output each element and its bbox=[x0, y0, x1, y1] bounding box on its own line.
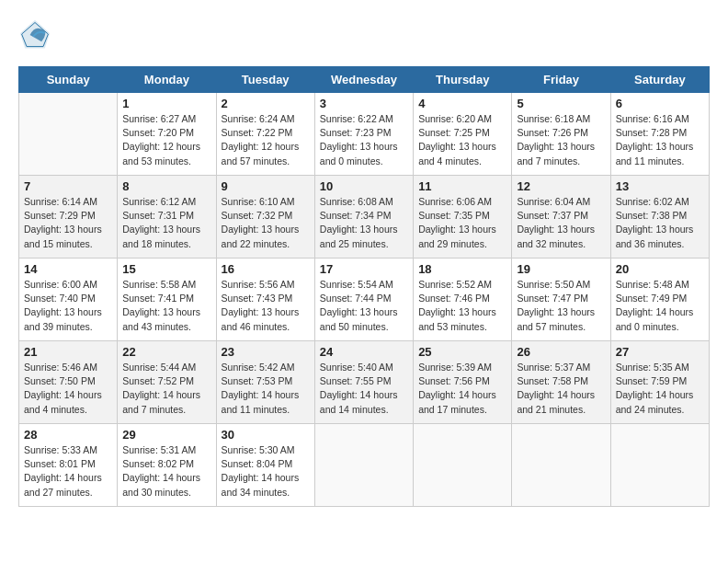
day-header-thursday: Thursday bbox=[414, 67, 512, 93]
calendar-cell: 11Sunrise: 6:06 AM Sunset: 7:35 PM Dayli… bbox=[414, 176, 512, 259]
calendar-cell: 19Sunrise: 5:50 AM Sunset: 7:47 PM Dayli… bbox=[512, 259, 610, 341]
day-info: Sunrise: 5:39 AM Sunset: 7:56 PM Dayligh… bbox=[418, 361, 506, 417]
day-number: 4 bbox=[418, 97, 506, 110]
calendar-cell: 1Sunrise: 6:27 AM Sunset: 7:20 PM Daylig… bbox=[118, 93, 216, 176]
week-row-4: 21Sunrise: 5:46 AM Sunset: 7:50 PM Dayli… bbox=[19, 341, 710, 424]
day-header-monday: Monday bbox=[118, 67, 216, 93]
day-header-wednesday: Wednesday bbox=[314, 67, 413, 93]
day-number: 23 bbox=[222, 345, 310, 359]
day-info: Sunrise: 5:46 AM Sunset: 7:50 PM Dayligh… bbox=[24, 361, 112, 417]
day-info: Sunrise: 5:40 AM Sunset: 7:55 PM Dayligh… bbox=[320, 361, 408, 417]
week-row-3: 14Sunrise: 6:00 AM Sunset: 7:40 PM Dayli… bbox=[19, 259, 710, 341]
day-number: 2 bbox=[222, 97, 310, 110]
day-number: 12 bbox=[517, 179, 605, 193]
day-number: 22 bbox=[122, 345, 210, 359]
day-header-sunday: Sunday bbox=[19, 67, 118, 93]
day-number: 30 bbox=[222, 428, 310, 442]
week-row-5: 28Sunrise: 5:33 AM Sunset: 8:01 PM Dayli… bbox=[19, 424, 710, 507]
calendar-cell: 14Sunrise: 6:00 AM Sunset: 7:40 PM Dayli… bbox=[19, 259, 118, 341]
day-info: Sunrise: 5:42 AM Sunset: 7:53 PM Dayligh… bbox=[222, 361, 310, 417]
page-header bbox=[18, 18, 710, 52]
calendar-cell: 5Sunrise: 6:18 AM Sunset: 7:26 PM Daylig… bbox=[512, 93, 610, 176]
day-header-row: SundayMondayTuesdayWednesdayThursdayFrid… bbox=[19, 67, 710, 93]
calendar-cell: 30Sunrise: 5:30 AM Sunset: 8:04 PM Dayli… bbox=[216, 424, 314, 507]
calendar-cell: 28Sunrise: 5:33 AM Sunset: 8:01 PM Dayli… bbox=[19, 424, 118, 507]
calendar-cell: 10Sunrise: 6:08 AM Sunset: 7:34 PM Dayli… bbox=[314, 176, 413, 259]
calendar-cell: 29Sunrise: 5:31 AM Sunset: 8:02 PM Dayli… bbox=[118, 424, 216, 507]
day-info: Sunrise: 5:30 AM Sunset: 8:04 PM Dayligh… bbox=[222, 443, 310, 500]
calendar-cell bbox=[512, 424, 610, 507]
calendar-cell: 9Sunrise: 6:10 AM Sunset: 7:32 PM Daylig… bbox=[216, 176, 314, 259]
day-info: Sunrise: 5:54 AM Sunset: 7:44 PM Dayligh… bbox=[320, 278, 408, 334]
day-info: Sunrise: 6:20 AM Sunset: 7:25 PM Dayligh… bbox=[418, 112, 506, 168]
day-info: Sunrise: 6:24 AM Sunset: 7:22 PM Dayligh… bbox=[222, 112, 310, 168]
day-number: 24 bbox=[320, 345, 408, 359]
week-row-1: 1Sunrise: 6:27 AM Sunset: 7:20 PM Daylig… bbox=[19, 93, 710, 176]
calendar-cell bbox=[414, 424, 512, 507]
day-info: Sunrise: 5:58 AM Sunset: 7:41 PM Dayligh… bbox=[122, 278, 210, 334]
day-info: Sunrise: 6:02 AM Sunset: 7:38 PM Dayligh… bbox=[616, 195, 704, 251]
day-info: Sunrise: 6:12 AM Sunset: 7:31 PM Dayligh… bbox=[122, 195, 210, 251]
calendar-table: SundayMondayTuesdayWednesdayThursdayFrid… bbox=[18, 66, 710, 507]
day-number: 17 bbox=[320, 262, 408, 276]
logo-icon bbox=[18, 18, 51, 52]
calendar-cell: 24Sunrise: 5:40 AM Sunset: 7:55 PM Dayli… bbox=[314, 341, 413, 424]
day-header-saturday: Saturday bbox=[610, 67, 709, 93]
day-info: Sunrise: 6:04 AM Sunset: 7:37 PM Dayligh… bbox=[517, 195, 605, 251]
day-info: Sunrise: 6:16 AM Sunset: 7:28 PM Dayligh… bbox=[616, 112, 704, 168]
day-header-tuesday: Tuesday bbox=[216, 67, 314, 93]
day-number: 18 bbox=[418, 262, 506, 276]
day-number: 6 bbox=[616, 97, 704, 110]
day-info: Sunrise: 6:10 AM Sunset: 7:32 PM Dayligh… bbox=[222, 195, 310, 251]
day-info: Sunrise: 5:37 AM Sunset: 7:58 PM Dayligh… bbox=[517, 361, 605, 417]
calendar-cell: 13Sunrise: 6:02 AM Sunset: 7:38 PM Dayli… bbox=[610, 176, 709, 259]
day-info: Sunrise: 6:18 AM Sunset: 7:26 PM Dayligh… bbox=[517, 112, 605, 168]
day-number: 28 bbox=[24, 428, 112, 442]
day-number: 27 bbox=[616, 345, 704, 359]
calendar-cell: 25Sunrise: 5:39 AM Sunset: 7:56 PM Dayli… bbox=[414, 341, 512, 424]
calendar-cell: 27Sunrise: 5:35 AM Sunset: 7:59 PM Dayli… bbox=[610, 341, 709, 424]
calendar-cell bbox=[610, 424, 709, 507]
day-info: Sunrise: 6:14 AM Sunset: 7:29 PM Dayligh… bbox=[24, 195, 112, 251]
day-info: Sunrise: 5:33 AM Sunset: 8:01 PM Dayligh… bbox=[24, 443, 112, 500]
day-number: 19 bbox=[517, 262, 605, 276]
day-number: 1 bbox=[122, 97, 210, 110]
week-row-2: 7Sunrise: 6:14 AM Sunset: 7:29 PM Daylig… bbox=[19, 176, 710, 259]
calendar-cell: 3Sunrise: 6:22 AM Sunset: 7:23 PM Daylig… bbox=[314, 93, 413, 176]
calendar-cell bbox=[19, 93, 118, 176]
calendar-cell: 22Sunrise: 5:44 AM Sunset: 7:52 PM Dayli… bbox=[118, 341, 216, 424]
day-info: Sunrise: 5:31 AM Sunset: 8:02 PM Dayligh… bbox=[122, 443, 210, 500]
day-info: Sunrise: 6:27 AM Sunset: 7:20 PM Dayligh… bbox=[122, 112, 210, 168]
day-number: 10 bbox=[320, 179, 408, 193]
day-info: Sunrise: 6:06 AM Sunset: 7:35 PM Dayligh… bbox=[418, 195, 506, 251]
day-number: 11 bbox=[418, 179, 506, 193]
calendar-cell: 17Sunrise: 5:54 AM Sunset: 7:44 PM Dayli… bbox=[314, 259, 413, 341]
day-number: 5 bbox=[517, 97, 605, 110]
day-number: 9 bbox=[222, 179, 310, 193]
day-number: 13 bbox=[616, 179, 704, 193]
day-info: Sunrise: 5:44 AM Sunset: 7:52 PM Dayligh… bbox=[122, 361, 210, 417]
calendar-cell: 18Sunrise: 5:52 AM Sunset: 7:46 PM Dayli… bbox=[414, 259, 512, 341]
calendar-cell: 2Sunrise: 6:24 AM Sunset: 7:22 PM Daylig… bbox=[216, 93, 314, 176]
day-info: Sunrise: 5:35 AM Sunset: 7:59 PM Dayligh… bbox=[616, 361, 704, 417]
logo bbox=[18, 18, 55, 52]
day-number: 7 bbox=[24, 179, 112, 193]
day-header-friday: Friday bbox=[512, 67, 610, 93]
day-number: 8 bbox=[122, 179, 210, 193]
calendar-cell: 26Sunrise: 5:37 AM Sunset: 7:58 PM Dayli… bbox=[512, 341, 610, 424]
calendar-cell: 6Sunrise: 6:16 AM Sunset: 7:28 PM Daylig… bbox=[610, 93, 709, 176]
day-number: 16 bbox=[222, 262, 310, 276]
calendar-cell: 20Sunrise: 5:48 AM Sunset: 7:49 PM Dayli… bbox=[610, 259, 709, 341]
day-info: Sunrise: 6:22 AM Sunset: 7:23 PM Dayligh… bbox=[320, 112, 408, 168]
day-info: Sunrise: 5:50 AM Sunset: 7:47 PM Dayligh… bbox=[517, 278, 605, 334]
day-number: 20 bbox=[616, 262, 704, 276]
day-info: Sunrise: 5:56 AM Sunset: 7:43 PM Dayligh… bbox=[222, 278, 310, 334]
calendar-cell: 12Sunrise: 6:04 AM Sunset: 7:37 PM Dayli… bbox=[512, 176, 610, 259]
day-info: Sunrise: 6:08 AM Sunset: 7:34 PM Dayligh… bbox=[320, 195, 408, 251]
day-info: Sunrise: 6:00 AM Sunset: 7:40 PM Dayligh… bbox=[24, 278, 112, 334]
day-number: 21 bbox=[24, 345, 112, 359]
day-info: Sunrise: 5:48 AM Sunset: 7:49 PM Dayligh… bbox=[616, 278, 704, 334]
day-number: 25 bbox=[418, 345, 506, 359]
calendar-cell: 21Sunrise: 5:46 AM Sunset: 7:50 PM Dayli… bbox=[19, 341, 118, 424]
day-number: 15 bbox=[122, 262, 210, 276]
